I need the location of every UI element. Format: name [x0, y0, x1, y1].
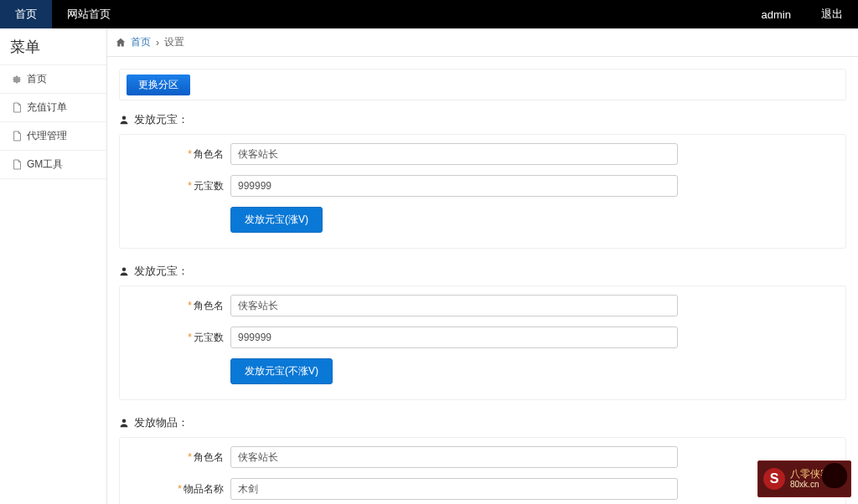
- section-title-1: 发放元宝：: [119, 264, 846, 279]
- form-label-text: 元宝数: [194, 332, 224, 343]
- form-label: *物品名称: [132, 482, 230, 496]
- input-1-0[interactable]: [230, 295, 678, 316]
- section-title-text: 发放物品：: [134, 415, 189, 430]
- watermark-logo-icon: S: [763, 468, 785, 490]
- form-input-wrap: [230, 446, 834, 468]
- section-title-0: 发放元宝：: [119, 112, 846, 127]
- button-row: 发放元宝(涨V): [120, 202, 845, 238]
- sidebar-item-label: 首页: [27, 72, 47, 86]
- required-star: *: [188, 300, 192, 311]
- form-input-wrap: [230, 175, 834, 197]
- zone-button-panel: 更换分区: [119, 69, 846, 100]
- watermark-figure-icon: [822, 463, 847, 488]
- nav-logout[interactable]: 退出: [806, 0, 858, 28]
- form-input-wrap: [230, 478, 834, 500]
- breadcrumb-home[interactable]: 首页: [131, 35, 151, 49]
- form-row: *元宝数: [120, 170, 845, 202]
- sidebar-item-1[interactable]: 充值订单: [0, 93, 106, 122]
- form-panel-1: *角色名*元宝数发放元宝(不涨V): [119, 285, 846, 400]
- required-star: *: [188, 148, 192, 160]
- nav-user[interactable]: admin: [747, 0, 806, 28]
- nav-home[interactable]: 首页: [0, 0, 52, 28]
- nav-site-home[interactable]: 网站首页: [52, 0, 126, 28]
- breadcrumb-current: 设置: [164, 35, 184, 49]
- form-label: *角色名: [132, 450, 230, 465]
- input-0-1[interactable]: [230, 175, 678, 197]
- form-label-text: 角色名: [194, 451, 224, 463]
- required-star: *: [178, 483, 182, 495]
- form-label-text: 角色名: [194, 300, 224, 311]
- submit-button-1[interactable]: 发放元宝(不涨V): [230, 358, 333, 384]
- form-label-text: 角色名: [194, 148, 224, 160]
- sidebar-title: 菜单: [0, 28, 106, 65]
- form-row: *角色名: [120, 441, 845, 473]
- sidebar-item-2[interactable]: 代理管理: [0, 121, 106, 151]
- form-label-text: 元宝数: [194, 180, 224, 192]
- breadcrumb: 首页 › 设置: [107, 28, 858, 57]
- form-panel-2: *角色名*物品名称*物品数量发放物品: [119, 437, 846, 504]
- user-icon: [119, 418, 129, 428]
- button-row: 发放元宝(不涨V): [120, 353, 845, 389]
- watermark-badge: S 八零侠客 80xk.cn: [757, 460, 851, 497]
- submit-button-0[interactable]: 发放元宝(涨V): [230, 207, 323, 233]
- sidebar-item-3[interactable]: GM工具: [0, 150, 106, 179]
- required-star: *: [188, 451, 192, 463]
- topbar: 首页 网站首页 admin 退出: [0, 0, 858, 28]
- change-zone-button[interactable]: 更换分区: [127, 75, 190, 95]
- input-2-0[interactable]: [230, 446, 678, 468]
- section-title-2: 发放物品：: [119, 415, 846, 430]
- home-icon: [116, 38, 126, 48]
- form-input-wrap: [230, 295, 834, 316]
- section-title-text: 发放元宝：: [134, 112, 189, 127]
- input-1-1[interactable]: [230, 327, 678, 348]
- sidebar-item-label: 充值订单: [27, 100, 67, 115]
- file-icon: [12, 103, 22, 113]
- form-label: *角色名: [132, 299, 230, 313]
- sidebar: 菜单 首页充值订单代理管理GM工具: [0, 28, 107, 504]
- form-input-wrap: [230, 143, 834, 165]
- form-label: *元宝数: [132, 179, 230, 193]
- topbar-nav-left: 首页 网站首页: [0, 0, 126, 28]
- gear-icon: [12, 75, 22, 85]
- form-input-wrap: [230, 327, 834, 348]
- sidebar-item-label: GM工具: [27, 157, 63, 172]
- section-title-text: 发放元宝：: [134, 264, 189, 279]
- file-icon: [12, 131, 22, 141]
- form-row: *角色名: [120, 290, 845, 321]
- form-row: *角色名: [120, 138, 845, 170]
- file-icon: [12, 160, 22, 170]
- form-panel-0: *角色名*元宝数发放元宝(涨V): [119, 134, 846, 249]
- user-icon: [119, 266, 129, 276]
- input-2-1[interactable]: [230, 478, 678, 500]
- form-label-text: 物品名称: [183, 483, 224, 495]
- main-content: 首页 › 设置 更换分区 发放元宝：*角色名*元宝数发放元宝(涨V)发放元宝：*…: [107, 28, 858, 504]
- required-star: *: [188, 180, 192, 192]
- input-0-0[interactable]: [230, 143, 678, 165]
- form-row: *物品名称: [120, 473, 845, 504]
- user-icon: [119, 115, 129, 125]
- sidebar-item-label: 代理管理: [27, 129, 67, 143]
- breadcrumb-sep: ›: [156, 37, 159, 49]
- topbar-nav-right: admin 退出: [747, 0, 858, 28]
- required-star: *: [188, 332, 192, 343]
- form-label: *角色名: [132, 147, 230, 162]
- form-row: *元宝数: [120, 321, 845, 353]
- sidebar-item-0[interactable]: 首页: [0, 64, 106, 94]
- form-label: *元宝数: [132, 331, 230, 345]
